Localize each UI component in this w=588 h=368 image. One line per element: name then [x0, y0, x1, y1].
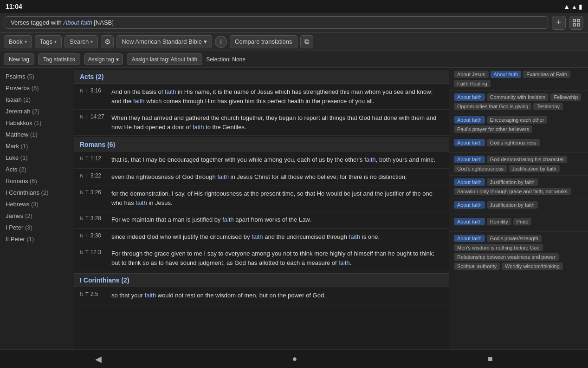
note-icon[interactable]: N: [80, 291, 84, 297]
verse-meta-acts-3-16: N T 3:16: [80, 87, 108, 94]
sidebar-item-acts[interactable]: Acts (2): [0, 164, 74, 175]
sidebar-item-i-corinthians[interactable]: I Corinthians (2): [0, 187, 74, 198]
assign-last-tag-button[interactable]: Assign last tag: About faith: [127, 53, 202, 65]
tag-chip-about-faith-9[interactable]: About faith: [454, 235, 485, 242]
compare-button[interactable]: Compare translations: [230, 35, 297, 48]
tag-chip-about-faith-7[interactable]: About faith: [454, 201, 485, 209]
tag-chip-about-faith-3[interactable]: About faith: [454, 116, 485, 124]
tag-chip-faith-healing[interactable]: Faith Healing: [454, 80, 491, 87]
search-button[interactable]: Search ▾: [65, 35, 98, 48]
verse-text-i-cor-2-5[interactable]: so that your faith would not rest on the…: [111, 291, 443, 300]
verse-ref-acts-14-27: 14:27: [90, 113, 105, 120]
tag-chip-justification-3[interactable]: Justification by faith: [487, 201, 538, 209]
tag-chip-encouraging[interactable]: Encouraging each other: [487, 116, 548, 124]
verse-text-acts-14-27[interactable]: When they had arrived and gathered the c…: [111, 113, 443, 131]
sidebar-item-psalms[interactable]: Psalms (5): [0, 71, 74, 82]
tag-chip-about-faith-8[interactable]: About faith: [454, 218, 485, 225]
tag-icon[interactable]: T: [85, 190, 89, 195]
note-icon[interactable]: N: [80, 114, 84, 119]
bible-version-selector[interactable]: New American Standard Bible ▾: [116, 35, 212, 48]
tag-chip-pride[interactable]: Pride: [513, 218, 532, 225]
note-icon[interactable]: N: [80, 190, 84, 195]
tag-icon[interactable]: T: [85, 88, 89, 93]
verse-text-romans-3-26[interactable]: for the demonstration, I say, of His rig…: [111, 189, 443, 207]
verse-text-romans-3-28[interactable]: For we maintain that a man is justified …: [111, 215, 443, 224]
tag-chip-community[interactable]: Community with Insiders: [487, 93, 549, 101]
menu-button[interactable]: ■: [478, 351, 502, 367]
tag-chip-salvation-only[interactable]: Salvation only through grace and faith, …: [454, 188, 571, 195]
gear-button[interactable]: ⚙: [101, 35, 114, 48]
verse-text-romans-3-30[interactable]: since indeed God who will justify the ci…: [111, 232, 443, 242]
note-icon[interactable]: N: [80, 88, 84, 93]
verse-ref-romans-1-12: 1:12: [90, 155, 105, 162]
sidebar-item-ii-peter[interactable]: II Peter (1): [0, 233, 74, 245]
tag-chip-mens-wisdom[interactable]: Men's wisdom is nothing before God: [454, 244, 543, 251]
tag-chip-about-faith-6[interactable]: About faith: [454, 178, 485, 186]
home-button[interactable]: ●: [283, 351, 307, 367]
note-icon[interactable]: N: [80, 156, 84, 161]
verse-text-romans-3-22[interactable]: even the righteousness of God through fa…: [111, 172, 443, 182]
sidebar-item-hebrews[interactable]: Hebrews (3): [0, 198, 74, 210]
tag-chip-about-faith-5[interactable]: About faith: [454, 156, 485, 163]
copy-button[interactable]: ⧉: [300, 35, 313, 48]
tags-row-romans-3-28: About faith Justification by faith Salva…: [449, 176, 588, 198]
tag-chip-gods-power[interactable]: God's power/strength: [487, 235, 542, 242]
verse-ref-romans-3-28: 3:28: [90, 215, 105, 222]
title-pill: Verses tagged with About faith [NASB]: [5, 16, 548, 29]
verse-text-acts-3-16[interactable]: And on the basis of faith in His name, i…: [111, 87, 443, 105]
tag-chip-opportunities[interactable]: Opportunities that God is giving: [454, 103, 531, 110]
tag-chip-about-faith-2[interactable]: About faith: [454, 93, 485, 101]
tag-chip-worldly[interactable]: Worldly wisdom/thinking: [502, 263, 563, 270]
back-button[interactable]: ◀: [86, 351, 111, 367]
tag-chip-examples-of-faith[interactable]: Examples of Faith: [523, 71, 570, 78]
tag-chip-humility[interactable]: Humility: [487, 218, 511, 225]
tag-chip-fellowship[interactable]: Fellowship: [550, 93, 581, 101]
verse-text-romans-1-12[interactable]: that is, that I may be encouraged togeth…: [111, 155, 443, 164]
sidebar-item-matthew[interactable]: Matthew (1): [0, 129, 74, 140]
tag-chip-justification-1[interactable]: Justification by faith: [509, 165, 560, 172]
tag-chip-about-faith-4[interactable]: About faith: [454, 139, 485, 146]
tag-icon[interactable]: T: [85, 114, 89, 119]
verse-text-romans-12-3[interactable]: For through the grace given to me I say …: [111, 249, 443, 267]
sidebar-item-jeremiah[interactable]: Jeremiah (2): [0, 105, 74, 117]
tag-chip-about-jesus[interactable]: About Jesus: [454, 71, 489, 78]
info-button[interactable]: i: [215, 36, 227, 48]
tag-chip-gods-righteousness-1[interactable]: God's righteousness: [487, 139, 540, 146]
tags-button[interactable]: Tags ▾: [35, 35, 62, 48]
assign-tag-button[interactable]: Assign tag ▾: [84, 53, 123, 65]
tag-icon[interactable]: T: [85, 291, 89, 297]
sidebar-item-romans[interactable]: Romans (6): [0, 175, 74, 187]
tag-chip-spiritual-authority[interactable]: Spiritual authority: [454, 263, 500, 270]
tag-chip-gods-righteousness-2[interactable]: God's righteousness: [454, 165, 507, 172]
tag-icon[interactable]: T: [85, 156, 89, 161]
tag-chip-relationship-weakness[interactable]: Relationship between weakness and power: [454, 253, 559, 261]
tag-chip-pauls-prayer[interactable]: Paul's prayer for other believers: [454, 125, 532, 133]
sidebar-item-james[interactable]: James (2): [0, 210, 74, 222]
tag-statistics-button[interactable]: Tag statistics: [38, 53, 80, 65]
tag-icon[interactable]: T: [85, 250, 89, 255]
sidebar-item-luke[interactable]: Luke (1): [0, 152, 74, 164]
new-tag-button[interactable]: New tag: [4, 53, 34, 65]
sidebar-item-habakkuk[interactable]: Habakkuk (1): [0, 117, 74, 129]
tag-icon[interactable]: T: [85, 173, 89, 178]
tag-icon[interactable]: T: [85, 216, 89, 221]
note-icon[interactable]: N: [80, 233, 84, 238]
tag-chip-god-demonstrating[interactable]: God demonstrating his character: [487, 156, 568, 163]
sidebar-item-mark[interactable]: Mark (1): [0, 140, 74, 152]
content-area: Acts (2) N T 3:16 And on the basis of fa…: [74, 68, 449, 349]
note-icon[interactable]: N: [80, 216, 84, 221]
tag-icon[interactable]: T: [85, 233, 89, 238]
tag-chip-about-faith-1[interactable]: About faith: [491, 71, 522, 78]
tag-chip-testimony[interactable]: Testimony: [533, 103, 563, 110]
sidebar-item-isaiah[interactable]: Isaiah (2): [0, 94, 74, 105]
fullscreen-button[interactable]: [569, 16, 583, 30]
note-icon[interactable]: N: [80, 250, 84, 255]
note-icon[interactable]: N: [80, 173, 84, 178]
book-button[interactable]: Book ▾: [4, 35, 32, 48]
title-bible-code: [NASB]: [92, 19, 114, 26]
sidebar-item-i-peter[interactable]: I Peter (3): [0, 222, 74, 233]
verse-meta-acts-14-27: N T 14:27: [80, 113, 108, 120]
add-button[interactable]: +: [552, 16, 566, 30]
tag-chip-justification-2[interactable]: Justification by faith: [487, 178, 538, 186]
sidebar-item-proverbs[interactable]: Proverbs (6): [0, 82, 74, 94]
